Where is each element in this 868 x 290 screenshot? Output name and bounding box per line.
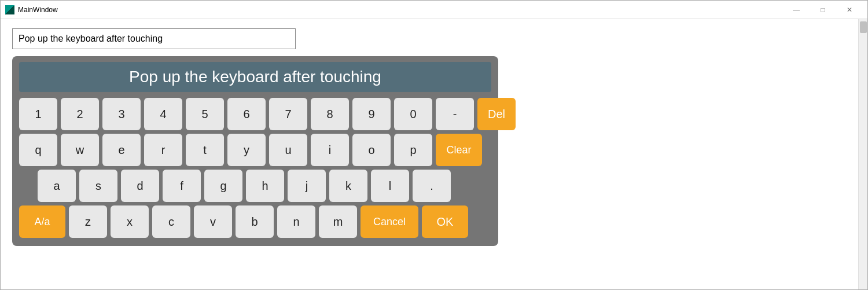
key-h[interactable]: h <box>246 170 284 202</box>
key-clear[interactable]: Clear <box>436 134 482 166</box>
key-k[interactable]: k <box>329 170 367 202</box>
window-body: Pop up the keyboard after touching 1 2 3… <box>1 19 867 289</box>
key-4[interactable]: 4 <box>144 98 182 130</box>
key-b[interactable]: b <box>236 205 274 238</box>
key-shift[interactable]: A/a <box>19 205 65 238</box>
keyboard-panel: Pop up the keyboard after touching 1 2 3… <box>12 56 498 246</box>
key-2[interactable]: 2 <box>61 98 99 130</box>
key-1[interactable]: 1 <box>19 98 57 130</box>
key-del[interactable]: Del <box>477 98 516 130</box>
scrollbar[interactable] <box>858 19 867 289</box>
key-p[interactable]: p <box>394 134 432 166</box>
key-9[interactable]: 9 <box>352 98 391 130</box>
key-u[interactable]: u <box>269 134 307 166</box>
key-t[interactable]: t <box>186 134 224 166</box>
title-bar: MainWindow — □ ✕ <box>1 1 867 19</box>
key-i[interactable]: i <box>311 134 349 166</box>
main-window: MainWindow — □ ✕ Pop up the keyboard aft… <box>0 0 868 290</box>
main-content: Pop up the keyboard after touching 1 2 3… <box>1 19 858 289</box>
key-8[interactable]: 8 <box>311 98 349 130</box>
scrollbar-thumb[interactable] <box>860 21 867 33</box>
key-f[interactable]: f <box>163 170 201 202</box>
app-icon <box>5 5 14 14</box>
window-title: MainWindow <box>18 6 783 14</box>
key-j[interactable]: j <box>288 170 326 202</box>
minimize-button[interactable]: — <box>783 1 810 19</box>
key-0[interactable]: 0 <box>394 98 432 130</box>
key-dash[interactable]: - <box>436 98 474 130</box>
keyboard-display: Pop up the keyboard after touching <box>19 62 491 92</box>
key-m[interactable]: m <box>319 205 357 238</box>
key-g[interactable]: g <box>204 170 242 202</box>
keyboard-row-4: A/a z x c v b n m Cancel OK <box>19 205 491 238</box>
key-w[interactable]: w <box>61 134 99 166</box>
close-button[interactable]: ✕ <box>836 1 863 19</box>
key-x[interactable]: x <box>111 205 149 238</box>
key-r[interactable]: r <box>144 134 182 166</box>
key-5[interactable]: 5 <box>186 98 224 130</box>
key-d[interactable]: d <box>121 170 159 202</box>
key-a[interactable]: a <box>38 170 76 202</box>
key-3[interactable]: 3 <box>102 98 141 130</box>
keyboard-row-3: a s d f g h j k l . <box>19 170 491 202</box>
key-n[interactable]: n <box>277 205 315 238</box>
key-cancel[interactable]: Cancel <box>361 205 418 238</box>
key-period[interactable]: . <box>413 170 451 202</box>
keyboard-row-1: 1 2 3 4 5 6 7 8 9 0 - Del <box>19 98 491 130</box>
key-6[interactable]: 6 <box>227 98 266 130</box>
key-y[interactable]: y <box>227 134 266 166</box>
key-s[interactable]: s <box>79 170 117 202</box>
window-controls: — □ ✕ <box>783 1 863 19</box>
maximize-button[interactable]: □ <box>810 1 836 19</box>
key-l[interactable]: l <box>371 170 409 202</box>
key-v[interactable]: v <box>194 205 232 238</box>
text-input[interactable] <box>12 28 296 49</box>
keyboard-row-2: q w e r t y u i o p Clear <box>19 134 491 166</box>
key-ok[interactable]: OK <box>422 205 468 238</box>
key-o[interactable]: o <box>352 134 391 166</box>
key-e[interactable]: e <box>102 134 141 166</box>
key-7[interactable]: 7 <box>269 98 307 130</box>
key-c[interactable]: c <box>152 205 190 238</box>
key-q[interactable]: q <box>19 134 57 166</box>
key-z[interactable]: z <box>69 205 107 238</box>
